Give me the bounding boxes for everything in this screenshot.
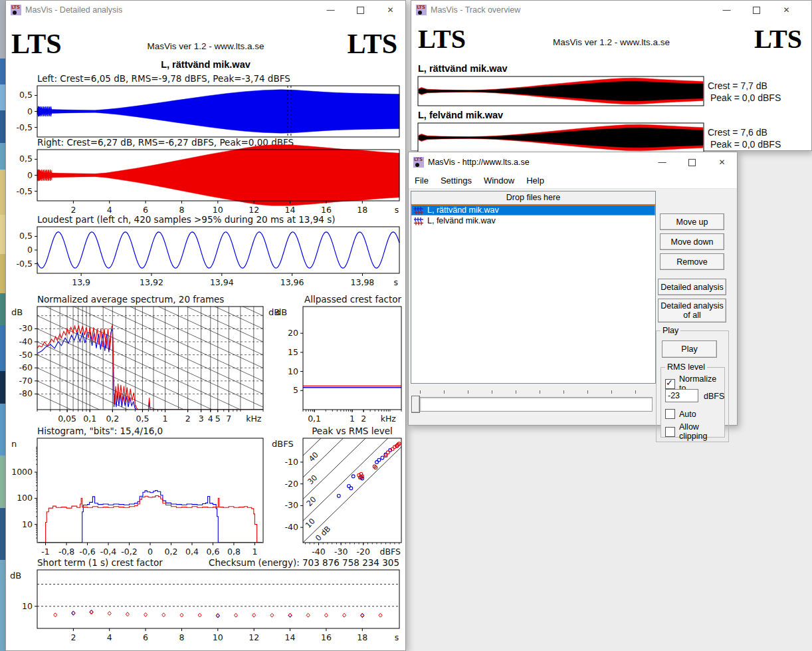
svg-text:0: 0 <box>27 106 33 116</box>
close-button[interactable]: ✕ <box>375 1 405 19</box>
menu-help[interactable]: Help <box>520 176 550 186</box>
drop-files-label: Drop files here <box>411 192 655 204</box>
rms-dbfs-input[interactable] <box>665 389 698 402</box>
wave_left-plot: Left: Crest=6,05 dB, RMS=-9,78 dBFS, Pea… <box>17 73 399 137</box>
overview-titlebar[interactable]: LTS MasVis - Track overview — ✕ <box>411 1 811 20</box>
app-icon-dot <box>13 11 17 15</box>
svg-text:1: 1 <box>252 547 257 557</box>
detailed-titlebar[interactable]: LTS MasVis - Detailed analysis — ✕ <box>6 1 405 20</box>
loudest-plot: Loudest part (left ch, 420 samples >95% … <box>17 214 399 287</box>
svg-text:-20: -20 <box>357 547 370 557</box>
svg-text:5: 5 <box>215 414 221 424</box>
svg-text:kHz: kHz <box>246 414 262 424</box>
move-up-button[interactable]: Move up <box>660 213 724 230</box>
file-row-selected[interactable]: L, rättvänd mik.wav <box>411 205 655 215</box>
svg-text:20: 20 <box>304 495 318 508</box>
maximize-icon <box>357 7 364 14</box>
svg-text:30: 30 <box>306 473 319 486</box>
svg-text:10: 10 <box>213 632 223 642</box>
allow-clipping-label: Allow clipping <box>679 422 724 441</box>
svg-text:-30: -30 <box>285 500 298 510</box>
svg-text:1: 1 <box>350 414 355 424</box>
svg-text:12: 12 <box>249 632 259 642</box>
auto-checkbox[interactable] <box>665 409 675 419</box>
svg-text:s: s <box>395 205 399 215</box>
svg-text:Histogram, "bits": 15,4/16,0: Histogram, "bits": 15,4/16,0 <box>37 426 163 436</box>
app-icon-dot <box>415 163 419 167</box>
file-list[interactable]: L, rättvänd mik.wav L, felvänd mik.wav <box>411 204 655 383</box>
track-overview-window: LTS MasVis - Track overview — ✕ LTS LTS … <box>411 0 812 151</box>
rms-level-groupbox: RMS level ✓ Normalize to dBFS Auto Allow… <box>660 367 725 438</box>
svg-text:Loudest part (left ch, 420 sam: Loudest part (left ch, 420 samples >95% … <box>37 214 336 225</box>
svg-text:-0,4: -0,4 <box>100 547 116 557</box>
trackbar-thumb[interactable] <box>411 396 420 413</box>
remove-button[interactable]: Remove <box>660 253 724 270</box>
menu-file[interactable]: File <box>409 176 435 186</box>
svg-text:0,8: 0,8 <box>227 547 241 557</box>
menubar: File Settings Window Help <box>409 172 737 189</box>
masvis-app-icon: LTS <box>413 157 424 168</box>
svg-text:14: 14 <box>285 205 296 215</box>
svg-text:-20: -20 <box>285 479 298 489</box>
svg-text:0,5: 0,5 <box>19 90 33 100</box>
svg-text:0,4: 0,4 <box>185 547 199 557</box>
auto-label: Auto <box>679 410 696 419</box>
window-title: MasVis - Detailed analysis <box>25 5 122 15</box>
svg-text:Normalized average spectrum, 2: Normalized average spectrum, 20 frames <box>37 294 224 305</box>
main-titlebar[interactable]: LTS MasVis - http://www.lts.a.se — ✕ <box>409 152 737 173</box>
play-button[interactable]: Play <box>662 340 717 358</box>
svg-text:n: n <box>11 439 17 449</box>
play-group-legend: Play <box>660 326 680 335</box>
maximize-button[interactable] <box>742 1 771 19</box>
svg-text:-10: -10 <box>285 457 298 467</box>
menu-settings[interactable]: Settings <box>435 176 478 186</box>
svg-text:0,6: 0,6 <box>206 547 219 557</box>
masvis-app-icon: LTS <box>416 5 427 15</box>
close-button[interactable]: ✕ <box>707 152 737 172</box>
svg-text:0,5: 0,5 <box>19 231 33 241</box>
file-row[interactable]: L, felvänd mik.wav <box>411 215 655 226</box>
minimize-button[interactable]: — <box>316 1 346 19</box>
svg-text:-30: -30 <box>19 323 33 333</box>
svg-text:100: 100 <box>17 493 33 503</box>
minimize-button[interactable]: — <box>647 152 677 172</box>
window-title: MasVis - Track overview <box>431 5 520 15</box>
svg-text:14: 14 <box>285 632 296 642</box>
maximize-icon <box>688 159 696 166</box>
waveform-file-icon <box>413 217 425 225</box>
masvis-app-icon: LTS <box>11 5 21 15</box>
svg-text:5: 5 <box>293 385 298 395</box>
allow-clipping-checkbox[interactable] <box>665 427 675 437</box>
window-title: MasVis - http://www.lts.a.se <box>428 158 530 167</box>
minimize-button[interactable]: — <box>712 1 742 19</box>
svg-text:-0,5: -0,5 <box>17 122 33 132</box>
svg-text:0: 0 <box>27 245 33 255</box>
svg-text:dB: dB <box>276 307 287 317</box>
menu-window[interactable]: Window <box>478 176 520 186</box>
file-name: L, rättvänd mik.wav <box>427 205 499 215</box>
trackbar-channel[interactable] <box>419 397 653 412</box>
move-down-button[interactable]: Move down <box>660 233 724 250</box>
svg-text:4: 4 <box>208 414 213 424</box>
svg-text:-0,2: -0,2 <box>121 547 137 557</box>
maximize-button[interactable] <box>346 1 375 19</box>
svg-text:1: 1 <box>163 414 168 424</box>
close-button[interactable]: ✕ <box>771 1 801 19</box>
svg-text:-0,5: -0,5 <box>17 259 33 269</box>
waveform-file-icon <box>413 206 425 215</box>
detailed-analysis-window: LTS MasVis - Detailed analysis — ✕ LTS L… <box>5 0 406 651</box>
svg-text:2: 2 <box>70 632 76 642</box>
maximize-button[interactable] <box>677 152 707 172</box>
overview-content: LTS LTS MasVis ver 1.2 - www.lts.a.se L,… <box>411 19 811 150</box>
svg-text:13,96: 13,96 <box>280 277 304 287</box>
normalize-checkbox[interactable]: ✓ <box>665 379 675 389</box>
svg-text:Left: Crest=6,05 dB, RMS=-9,78: Left: Crest=6,05 dB, RMS=-9,78 dBFS, Pea… <box>37 73 290 84</box>
detailed-analysis-all-button[interactable]: Detailed analysis of all <box>658 299 726 323</box>
trackbar-ticks <box>420 390 651 394</box>
position-trackbar[interactable] <box>411 386 656 421</box>
maximize-icon <box>753 7 760 14</box>
detailed-analysis-button[interactable]: Detailed analysis <box>658 279 726 295</box>
svg-text:dB: dB <box>11 307 23 317</box>
svg-text:13,9: 13,9 <box>72 277 90 287</box>
svg-text:0,2: 0,2 <box>106 414 119 424</box>
